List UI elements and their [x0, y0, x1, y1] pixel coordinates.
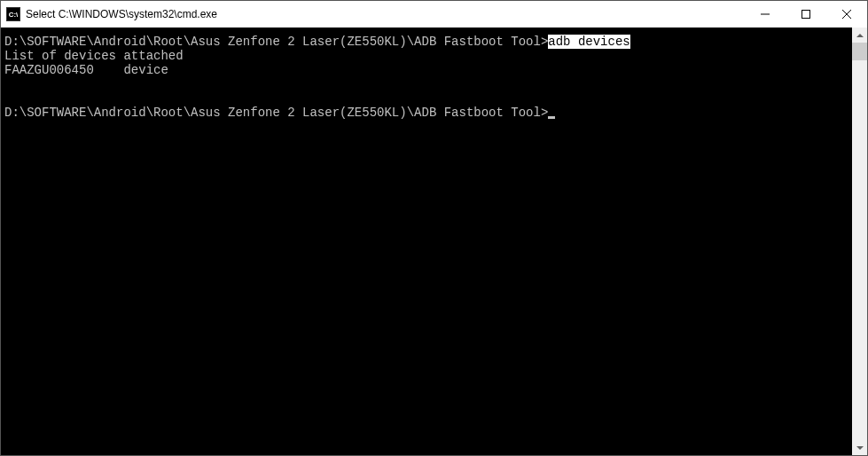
close-button[interactable] [826, 1, 867, 28]
output-line-1: List of devices attached [4, 49, 184, 63]
window-title: Select C:\WINDOWS\system32\cmd.exe [26, 8, 745, 20]
close-icon [842, 10, 851, 19]
cmd-window: C:\ Select C:\WINDOWS\system32\cmd.exe D… [0, 0, 868, 456]
svg-marker-4 [856, 34, 864, 37]
terminal-output[interactable]: D:\SOFTWARE\Android\Root\Asus Zenfone 2 … [1, 28, 852, 455]
window-controls [745, 1, 867, 28]
cmd-icon: C:\ [6, 7, 20, 21]
scroll-thumb[interactable] [852, 43, 867, 60]
prompt-line-1: D:\SOFTWARE\Android\Root\Asus Zenfone 2 … [4, 35, 630, 49]
maximize-icon [802, 10, 810, 19]
prompt-line-2: D:\SOFTWARE\Android\Root\Asus Zenfone 2 … [4, 106, 555, 120]
scroll-down-arrow-icon[interactable] [852, 440, 867, 455]
scroll-up-arrow-icon[interactable] [852, 28, 867, 43]
minimize-icon [761, 10, 770, 19]
maximize-button[interactable] [786, 1, 826, 28]
svg-marker-5 [856, 446, 864, 450]
cursor [548, 116, 555, 119]
svg-rect-1 [802, 11, 810, 19]
output-line-2: FAAZGU006450 device [4, 63, 168, 77]
content-area: D:\SOFTWARE\Android\Root\Asus Zenfone 2 … [1, 28, 867, 455]
scroll-track[interactable] [852, 43, 867, 440]
titlebar[interactable]: C:\ Select C:\WINDOWS\system32\cmd.exe [1, 1, 867, 28]
prompt-path: D:\SOFTWARE\Android\Root\Asus Zenfone 2 … [4, 106, 548, 120]
minimize-button[interactable] [745, 1, 786, 28]
selected-command: adb devices [548, 35, 629, 49]
vertical-scrollbar[interactable] [852, 28, 867, 455]
prompt-path: D:\SOFTWARE\Android\Root\Asus Zenfone 2 … [4, 35, 548, 49]
